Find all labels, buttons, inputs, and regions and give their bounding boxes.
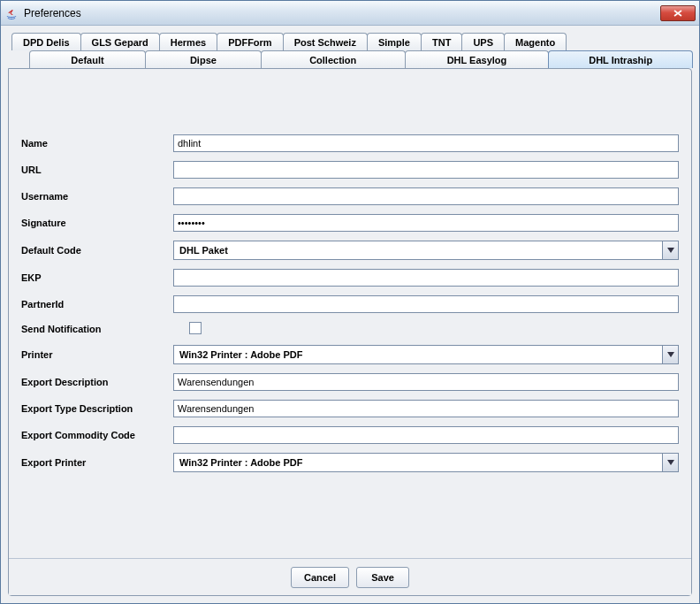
window-title: Preferences bbox=[24, 7, 660, 19]
label-printer: Printer bbox=[21, 349, 173, 360]
tab-dipse[interactable]: Dipse bbox=[145, 50, 262, 68]
tab-tnt[interactable]: TNT bbox=[421, 33, 462, 50]
label-export-printer: Export Printer bbox=[21, 457, 173, 468]
tab-dhl-easylog[interactable]: DHL Easylog bbox=[405, 50, 550, 68]
export-commodity-code-input[interactable] bbox=[173, 426, 679, 444]
send-notification-checkbox[interactable] bbox=[189, 322, 202, 334]
ekp-input[interactable] bbox=[173, 269, 679, 287]
username-input[interactable] bbox=[173, 187, 679, 205]
label-url: URL bbox=[21, 164, 173, 175]
label-export-description: Export Description bbox=[21, 377, 173, 387]
label-username: Username bbox=[21, 191, 173, 202]
tab-default[interactable]: Default bbox=[29, 50, 146, 68]
export-type-description-input[interactable] bbox=[173, 400, 679, 417]
tab-pdfform[interactable]: PDFForm bbox=[217, 33, 284, 50]
printer-value: Win32 Printer : Adobe PDF bbox=[174, 346, 662, 363]
tab-magento[interactable]: Magento bbox=[504, 33, 567, 50]
chevron-down-icon bbox=[667, 248, 674, 253]
chevron-down-icon bbox=[667, 352, 674, 357]
label-name: Name bbox=[21, 138, 173, 149]
export-description-input[interactable] bbox=[173, 373, 679, 391]
tab-collection[interactable]: Collection bbox=[261, 50, 406, 68]
chevron-down-icon bbox=[667, 460, 674, 465]
tab-gls-gepard[interactable]: GLS Gepard bbox=[80, 33, 160, 50]
tab-dhl-intraship[interactable]: DHL Intraship bbox=[548, 50, 693, 68]
label-ekp: EKP bbox=[21, 272, 173, 283]
form: Name URL Username Signature bbox=[9, 69, 691, 558]
cancel-button[interactable]: Cancel bbox=[291, 567, 349, 588]
export-printer-select[interactable]: Win32 Printer : Adobe PDF bbox=[173, 453, 679, 472]
partnerid-input[interactable] bbox=[173, 295, 679, 313]
export-printer-value: Win32 Printer : Adobe PDF bbox=[174, 454, 662, 471]
close-icon bbox=[673, 10, 682, 17]
tab-post-schweiz[interactable]: Post Schweiz bbox=[283, 33, 368, 50]
tab-dpd-delis[interactable]: DPD Delis bbox=[11, 33, 81, 50]
tabs-row-1: DPD Delis GLS Gepard Hermes PDFForm Post… bbox=[8, 33, 692, 50]
label-send-notification: Send Notification bbox=[21, 324, 173, 334]
signature-input[interactable] bbox=[173, 214, 679, 232]
window-body: DPD Delis GLS Gepard Hermes PDFForm Post… bbox=[1, 26, 699, 603]
label-partnerid: PartnerId bbox=[21, 299, 173, 310]
default-code-value: DHL Paket bbox=[174, 241, 662, 259]
label-signature: Signature bbox=[21, 218, 173, 228]
tab-hermes[interactable]: Hermes bbox=[159, 33, 217, 50]
printer-select[interactable]: Win32 Printer : Adobe PDF bbox=[173, 345, 679, 364]
label-export-type-description: Export Type Description bbox=[21, 403, 173, 414]
titlebar: Preferences bbox=[1, 1, 699, 26]
export-printer-dropdown-button[interactable] bbox=[662, 454, 678, 471]
tab-ups[interactable]: UPS bbox=[461, 33, 505, 50]
tab-container: DPD Delis GLS Gepard Hermes PDFForm Post… bbox=[8, 33, 692, 596]
label-default-code: Default Code bbox=[21, 245, 173, 256]
default-code-dropdown-button[interactable] bbox=[662, 241, 678, 259]
java-icon bbox=[4, 6, 19, 20]
close-button[interactable] bbox=[660, 5, 696, 21]
label-export-commodity-code: Export Commodity Code bbox=[21, 430, 173, 440]
tab-simple[interactable]: Simple bbox=[367, 33, 422, 50]
tabs-row-2: Default Dipse Collection DHL Easylog DHL… bbox=[8, 50, 692, 68]
preferences-window: Preferences DPD Delis GLS Gepard Hermes … bbox=[0, 0, 700, 604]
name-input[interactable] bbox=[173, 134, 679, 152]
url-input[interactable] bbox=[173, 161, 679, 179]
printer-dropdown-button[interactable] bbox=[662, 346, 678, 363]
button-bar: Cancel Save bbox=[9, 558, 691, 595]
default-code-select[interactable]: DHL Paket bbox=[173, 241, 679, 260]
tab-panel: Name URL Username Signature bbox=[8, 68, 692, 596]
save-button[interactable]: Save bbox=[356, 567, 409, 588]
